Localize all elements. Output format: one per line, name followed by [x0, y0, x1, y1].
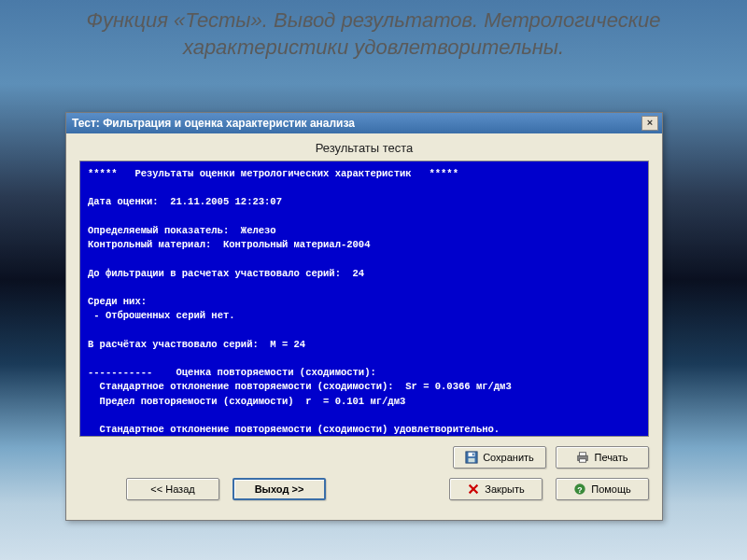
slide-title: Функция «Тесты». Вывод результатов. Метр… [0, 7, 747, 61]
svg-rect-3 [472, 454, 474, 456]
titlebar[interactable]: Тест: Фильтрация и оценка характеристик … [66, 113, 662, 133]
floppy-icon [465, 451, 478, 464]
svg-rect-2 [469, 458, 475, 462]
spacer [339, 478, 436, 500]
svg-text:?: ? [578, 485, 583, 495]
svg-rect-6 [580, 459, 586, 463]
print-button[interactable]: Печать [556, 446, 649, 469]
close-button[interactable]: Закрыть [449, 478, 543, 500]
results-header: Результаты теста [79, 141, 649, 155]
exit-button[interactable]: Выход >> [233, 478, 326, 500]
dialog-window: Тест: Фильтрация и оценка характеристик … [65, 112, 663, 521]
help-label: Помощь [591, 483, 631, 495]
row-save-print: Сохранить Печать [79, 446, 649, 469]
titlebar-text: Тест: Фильтрация и оценка характеристик … [72, 117, 641, 130]
save-button[interactable]: Сохранить [453, 446, 546, 469]
svg-rect-5 [580, 453, 586, 456]
close-label: Закрыть [485, 483, 524, 495]
exit-label: Выход >> [255, 483, 304, 495]
print-label: Печать [594, 452, 627, 463]
row-nav: << Назад Выход >> Закрыть ? Помощь [79, 478, 649, 500]
question-icon: ? [573, 483, 586, 496]
back-label: << Назад [150, 483, 194, 495]
help-button[interactable]: ? Помощь [556, 478, 649, 500]
close-icon[interactable]: × [641, 116, 658, 131]
report-panel: ***** Результаты оценки метрологических … [79, 161, 649, 437]
printer-icon [576, 451, 589, 464]
back-button[interactable]: << Назад [126, 478, 219, 500]
dialog-body: Результаты теста ***** Результаты оценки… [66, 133, 662, 510]
x-icon [467, 483, 480, 496]
save-label: Сохранить [483, 452, 534, 463]
